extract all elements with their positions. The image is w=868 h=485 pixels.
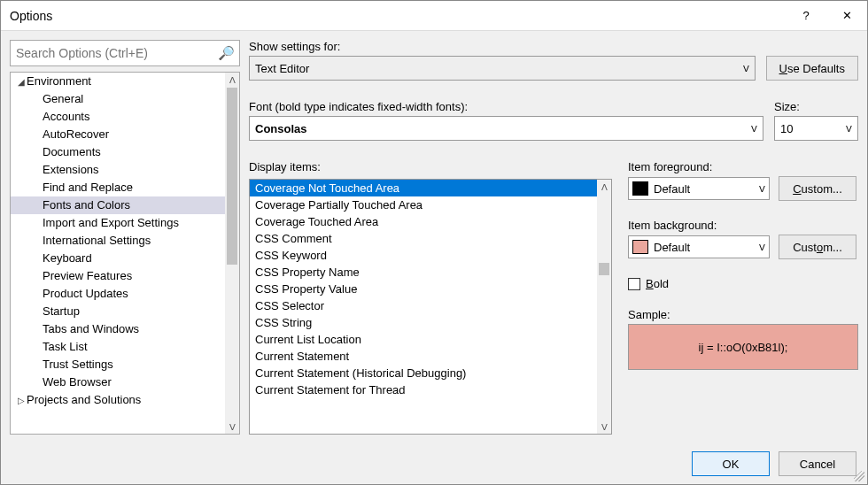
display-item[interactable]: Current Statement for Thread — [250, 381, 597, 398]
fg-value: Default — [654, 182, 690, 196]
display-item[interactable]: CSS Keyword — [250, 247, 597, 264]
display-item[interactable]: Current List Location — [250, 331, 597, 348]
tree-item-label: Projects and Solutions — [27, 393, 141, 406]
tree-item[interactable]: Extensions — [11, 161, 225, 179]
tree-item[interactable]: Accounts — [11, 108, 225, 126]
tree-item[interactable]: Product Updates — [11, 285, 225, 303]
display-item[interactable]: CSS String — [250, 314, 597, 331]
display-item[interactable]: CSS Selector — [250, 297, 597, 314]
display-items-listbox[interactable]: Coverage Not Touched AreaCoverage Partia… — [249, 179, 612, 435]
tree-item-label: Keyboard — [43, 251, 92, 265]
tree-item[interactable]: General — [11, 90, 225, 108]
size-value: 10 — [780, 122, 793, 135]
help-button[interactable]: ? — [786, 1, 826, 31]
display-item[interactable]: Coverage Not Touched Area — [250, 180, 597, 196]
tree-item[interactable]: Find and Replace — [11, 179, 225, 196]
display-items-label: Display items: — [249, 160, 612, 173]
scroll-thumb[interactable] — [227, 88, 237, 265]
tree-item[interactable]: Keyboard — [11, 250, 225, 267]
scroll-down-icon[interactable]: ᐯ — [225, 420, 239, 434]
show-settings-label: Show settings for: — [249, 40, 756, 53]
search-icon[interactable]: 🔍 — [218, 45, 235, 61]
dialog-footer: OK Cancel — [1, 443, 867, 484]
tree-item-label: International Settings — [43, 234, 151, 247]
font-label: Font (bold type indicates fixed-width fo… — [249, 100, 763, 113]
help-icon: ? — [802, 9, 809, 22]
scroll-down-icon[interactable]: ᐯ — [597, 420, 611, 434]
tree-item-label: Fonts and Colors — [43, 198, 130, 212]
scroll-up-icon[interactable]: ᐱ — [597, 180, 611, 194]
tree-item[interactable]: Import and Export Settings — [11, 214, 225, 232]
tree-item[interactable]: AutoRecover — [11, 126, 225, 143]
display-item[interactable]: Current Statement (Historical Debugging) — [250, 365, 597, 381]
chevron-down-icon: ᐯ — [759, 242, 765, 252]
fg-custom-button[interactable]: Custom... — [779, 176, 856, 201]
sample-text: ij = I::oO(0xB81l); — [699, 341, 788, 354]
close-button[interactable]: ✕ — [826, 1, 867, 31]
size-dropdown[interactable]: 10 ᐯ — [774, 116, 858, 141]
item-fg-label: Item foreground: — [628, 160, 858, 173]
tree-item-label: Documents — [43, 145, 101, 158]
bg-swatch — [632, 240, 648, 254]
tree-item[interactable]: Documents — [11, 143, 225, 161]
items-scrollbar[interactable]: ᐱ ᐯ — [597, 180, 611, 434]
cancel-button[interactable]: Cancel — [779, 451, 856, 476]
ok-button[interactable]: OK — [692, 451, 770, 476]
tree-item-label: Tabs and Windows — [43, 322, 139, 335]
item-fg-dropdown[interactable]: Default ᐯ — [628, 177, 770, 200]
display-item[interactable]: Coverage Partially Touched Area — [250, 196, 597, 213]
scroll-up-icon[interactable]: ᐱ — [225, 73, 239, 87]
tree-scrollbar[interactable]: ᐱ ᐯ — [225, 73, 239, 434]
right-pane: Show settings for: Text Editor ᐯ Use Def… — [249, 40, 858, 435]
chevron-down-icon: ᐯ — [743, 64, 749, 73]
display-item[interactable]: CSS Comment — [250, 230, 597, 247]
dialog-body: 🔍 ◢EnvironmentGeneralAccountsAutoRecover… — [1, 31, 867, 443]
bg-value: Default — [654, 241, 690, 254]
tree-item[interactable]: Task List — [11, 338, 225, 356]
tree-item-label: Preview Features — [43, 269, 132, 282]
display-item[interactable]: CSS Property Value — [250, 281, 597, 297]
size-label: Size: — [774, 100, 858, 113]
display-item[interactable]: CSS Property Name — [250, 264, 597, 281]
tree-item[interactable]: Tabs and Windows — [11, 320, 225, 338]
tree-item-label: AutoRecover — [43, 127, 109, 141]
search-input[interactable] — [10, 40, 240, 66]
tree-item-label: Environment — [27, 74, 91, 88]
tree-item-label: Task List — [43, 340, 88, 353]
tree-item[interactable]: ▷Projects and Solutions — [11, 391, 225, 409]
tree-item-label: Import and Export Settings — [43, 216, 179, 229]
item-bg-dropdown[interactable]: Default ᐯ — [628, 235, 770, 258]
tree-item-label: Extensions — [43, 163, 99, 176]
sample-preview: ij = I::oO(0xB81l); — [628, 324, 858, 370]
display-item[interactable]: Coverage Touched Area — [250, 213, 597, 230]
tree-expander-icon[interactable]: ◢ — [16, 73, 27, 90]
tree-item[interactable]: Web Browser — [11, 373, 225, 391]
tree-expander-icon[interactable]: ▷ — [16, 392, 27, 409]
tree-item[interactable]: Fonts and Colors — [11, 196, 225, 214]
font-value: Consolas — [255, 122, 307, 135]
left-pane: 🔍 ◢EnvironmentGeneralAccountsAutoRecover… — [10, 40, 240, 435]
options-tree: ◢EnvironmentGeneralAccountsAutoRecoverDo… — [10, 72, 240, 435]
show-settings-dropdown[interactable]: Text Editor ᐯ — [249, 56, 756, 81]
close-icon: ✕ — [842, 9, 852, 22]
fg-swatch — [632, 181, 648, 196]
tree-item-label: Startup — [43, 304, 80, 318]
tree-item[interactable]: ◢Environment — [11, 73, 225, 90]
tree-item[interactable]: Preview Features — [11, 267, 225, 285]
tree-item[interactable]: International Settings — [11, 232, 225, 250]
bg-custom-button[interactable]: Custom... — [779, 235, 856, 259]
tree-item-label: Trust Settings — [43, 358, 113, 371]
bold-checkbox[interactable]: Bold — [628, 277, 858, 290]
tree-item[interactable]: Trust Settings — [11, 356, 225, 373]
font-dropdown[interactable]: Consolas ᐯ — [249, 116, 763, 141]
resize-grip-icon[interactable] — [854, 471, 864, 481]
scroll-thumb[interactable] — [599, 263, 609, 275]
chevron-down-icon: ᐯ — [846, 124, 852, 134]
use-defaults-button[interactable]: Use Defaults — [766, 56, 858, 81]
window-title: Options — [10, 9, 786, 23]
tree-item[interactable]: Startup — [11, 303, 225, 320]
item-bg-label: Item background: — [628, 219, 858, 232]
chevron-down-icon: ᐯ — [751, 124, 757, 134]
display-item[interactable]: Current Statement — [250, 348, 597, 365]
tree-item-label: General — [43, 92, 83, 105]
